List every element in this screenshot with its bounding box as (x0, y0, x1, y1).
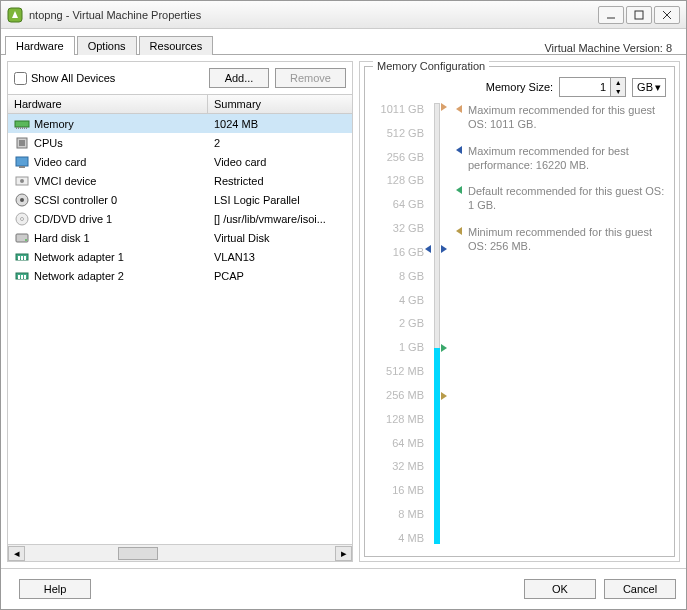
window-title: ntopng - Virtual Machine Properties (29, 9, 598, 21)
scale-tick: 1 GB (373, 341, 424, 353)
svg-rect-5 (15, 121, 29, 127)
marker-icon (441, 392, 447, 400)
note-text: Maximum recommended for this guest OS: 1… (468, 103, 666, 132)
window-buttons (598, 6, 680, 24)
help-button[interactable]: Help (19, 579, 91, 599)
ok-button[interactable]: OK (524, 579, 596, 599)
memory-size-input[interactable] (560, 78, 610, 96)
svg-rect-25 (18, 256, 20, 260)
scale-tick: 512 GB (373, 127, 424, 139)
show-all-input[interactable] (14, 72, 27, 85)
table-row[interactable]: VMCI deviceRestricted (8, 171, 352, 190)
hardware-panel: Show All Devices Add... Remove Hardware … (7, 61, 353, 562)
scale-tick: 16 GB (373, 246, 424, 258)
svg-rect-26 (21, 256, 23, 260)
svg-rect-10 (24, 127, 25, 129)
memory-legend: Memory Configuration (373, 60, 489, 72)
vmci-icon (14, 173, 30, 189)
scroll-thumb[interactable] (118, 547, 158, 560)
footer: Help OK Cancel (1, 568, 686, 609)
memory-unit-label: GB (637, 81, 653, 93)
table-row[interactable]: CPUs2 (8, 133, 352, 152)
table-row[interactable]: Video cardVideo card (8, 152, 352, 171)
list-rows: Memory1024 MBCPUs2Video cardVideo cardVM… (8, 114, 352, 544)
scale-tick: 8 GB (373, 270, 424, 282)
maximize-button[interactable] (626, 6, 652, 24)
hw-name: Network adapter 1 (34, 251, 208, 263)
svg-rect-31 (24, 275, 26, 279)
hw-name: VMCI device (34, 175, 208, 187)
hw-summary: PCAP (208, 270, 352, 282)
svg-rect-14 (16, 157, 28, 166)
svg-rect-29 (18, 275, 20, 279)
scroll-left-icon[interactable]: ◂ (8, 546, 25, 561)
scroll-track[interactable] (25, 546, 335, 561)
scale-tick: 64 GB (373, 198, 424, 210)
spin-up-icon[interactable]: ▲ (611, 78, 625, 87)
scale-tick: 32 MB (373, 460, 424, 472)
cpu-icon (14, 135, 30, 151)
scale-tick: 2 GB (373, 317, 424, 329)
tab-hardware[interactable]: Hardware (5, 36, 75, 55)
scale-tick: 4 MB (373, 532, 424, 544)
hw-summary: Restricted (208, 175, 352, 187)
marker-icon (441, 245, 447, 253)
hardware-list: Hardware Summary Memory1024 MBCPUs2Video… (8, 94, 352, 561)
svg-point-23 (25, 239, 27, 241)
hscrollbar[interactable]: ◂ ▸ (8, 544, 352, 561)
table-row[interactable]: CD/DVD drive 1[] /usr/lib/vmware/isoi... (8, 209, 352, 228)
hardware-toolbar: Show All Devices Add... Remove (8, 62, 352, 94)
memory-bar[interactable] (428, 103, 446, 544)
svg-rect-8 (20, 127, 21, 129)
hw-summary: Video card (208, 156, 352, 168)
svg-point-17 (20, 179, 24, 183)
memory-config-fieldset: Memory Configuration Memory Size: ▲ ▼ GB… (364, 66, 675, 557)
scale-tick: 256 MB (373, 389, 424, 401)
memory-note: Maximum recommended for this guest OS: 1… (456, 103, 666, 132)
chevron-down-icon: ▾ (655, 81, 661, 94)
marker-icon (441, 103, 447, 111)
remove-button[interactable]: Remove (275, 68, 346, 88)
table-row[interactable]: Network adapter 1VLAN13 (8, 247, 352, 266)
hw-summary: LSI Logic Parallel (208, 194, 352, 206)
memory-unit-select[interactable]: GB ▾ (632, 78, 666, 97)
tab-resources[interactable]: Resources (139, 36, 214, 55)
triangle-icon (456, 105, 462, 113)
titlebar[interactable]: ntopng - Virtual Machine Properties (1, 1, 686, 29)
close-button[interactable] (654, 6, 680, 24)
svg-rect-2 (635, 11, 643, 19)
scale-tick: 32 GB (373, 222, 424, 234)
hw-name: Video card (34, 156, 208, 168)
scroll-right-icon[interactable]: ▸ (335, 546, 352, 561)
table-row[interactable]: Hard disk 1Virtual Disk (8, 228, 352, 247)
cancel-button[interactable]: Cancel (604, 579, 676, 599)
add-button[interactable]: Add... (209, 68, 269, 88)
triangle-icon (456, 146, 462, 154)
tab-options[interactable]: Options (77, 36, 137, 55)
hw-summary: VLAN13 (208, 251, 352, 263)
svg-point-21 (21, 217, 24, 220)
scsi-icon (14, 192, 30, 208)
memory-size-spinner[interactable]: ▲ ▼ (559, 77, 626, 97)
note-text: Default recommended for this guest OS: 1… (468, 184, 666, 213)
col-summary[interactable]: Summary (208, 95, 352, 113)
triangle-icon (456, 227, 462, 235)
hw-summary: [] /usr/lib/vmware/isoi... (208, 213, 352, 225)
col-hardware[interactable]: Hardware (8, 95, 208, 113)
memory-note: Maximum recommended for best performance… (456, 144, 666, 173)
svg-rect-30 (21, 275, 23, 279)
spin-down-icon[interactable]: ▼ (611, 87, 625, 96)
memory-size-label: Memory Size: (486, 81, 553, 93)
table-row[interactable]: SCSI controller 0LSI Logic Parallel (8, 190, 352, 209)
svg-rect-11 (26, 127, 27, 129)
disk-icon (14, 230, 30, 246)
app-icon (7, 7, 23, 23)
hw-name: Hard disk 1 (34, 232, 208, 244)
table-row[interactable]: Network adapter 2PCAP (8, 266, 352, 285)
show-all-checkbox[interactable]: Show All Devices (14, 72, 203, 85)
scale-tick: 512 MB (373, 365, 424, 377)
note-text: Minimum recommended for this guest OS: 2… (468, 225, 666, 254)
vm-version: Virtual Machine Version: 8 (544, 42, 682, 54)
table-row[interactable]: Memory1024 MB (8, 114, 352, 133)
minimize-button[interactable] (598, 6, 624, 24)
